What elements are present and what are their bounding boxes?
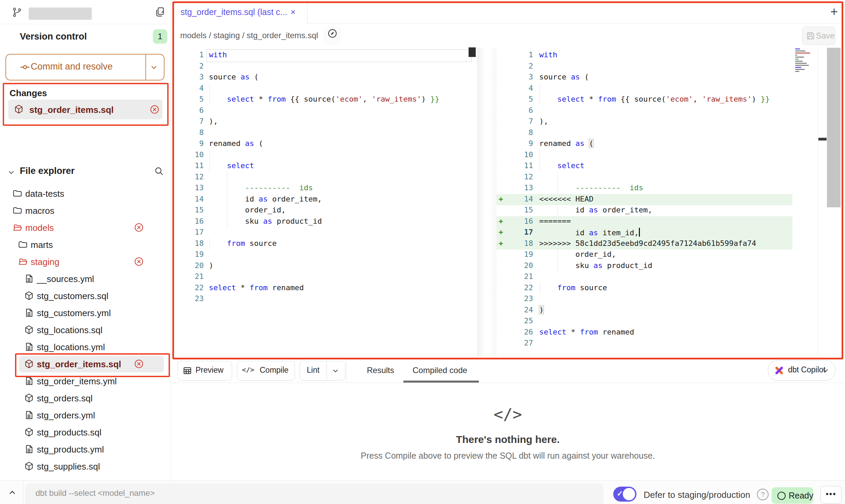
command-input[interactable]: dbt build --select <model_name> [25,483,603,504]
code-line[interactable]: 21 [172,271,476,283]
new-tab-button[interactable]: + [827,5,841,18]
code-line[interactable]: 13 ---------- ids [172,183,476,194]
file-tree-item-stg-customers-sql[interactable]: stg_customers.sql [0,287,171,304]
code-line[interactable]: 15 id as order_item, [497,205,792,216]
file-tree-item-stg-orders-sql[interactable]: stg_orders.sql [0,389,171,406]
file-tree-item-marts[interactable]: marts [0,236,171,253]
chevron-up-icon[interactable] [8,488,17,498]
code-line[interactable]: 22select * from renamed [172,283,476,294]
preview-button[interactable]: Preview [177,361,232,381]
code-line[interactable]: 11 select [497,161,792,172]
breadcrumb: models / staging / stg_order_items.sql [180,31,318,40]
compile-button[interactable]: </> Compile [237,361,295,381]
tab-results[interactable]: Results [367,366,394,375]
code-line[interactable]: 2 [497,61,792,72]
code-line[interactable]: 3source as ( [172,72,476,83]
code-line[interactable]: 6 [497,105,792,117]
code-line[interactable]: 27 [497,338,792,349]
lint-button[interactable]: Lint [300,361,345,381]
code-line[interactable]: 25 [497,316,792,327]
code-line[interactable]: 4 [497,83,792,94]
code-line[interactable]: 12 [172,172,476,183]
ready-status-badge[interactable]: Ready [772,487,813,504]
code-line[interactable]: 23 [172,294,476,305]
code-line[interactable]: 7), [172,116,476,128]
file-tree-item-macros[interactable]: macros [0,202,171,219]
code-line[interactable]: 10 [497,150,792,161]
code-line[interactable]: +16======= [497,216,792,227]
code-line[interactable]: 24) [497,305,792,316]
code-line[interactable]: 21 [497,271,792,283]
code-line[interactable]: 10 [172,150,476,161]
file-tree-item-stg-order-items-sql[interactable]: stg_order_items.sql [0,355,171,372]
code-line[interactable]: 17 [172,227,476,238]
more-options-button[interactable]: ••• [820,486,842,504]
code-line[interactable]: 6 [172,105,476,117]
editor-pane-conflict[interactable]: 1with23source as (45 select * from {{ so… [497,48,792,357]
code-line[interactable]: 9renamed as ( [172,138,476,150]
dbt-copilot-button[interactable]: dbt Copilot [768,360,835,381]
file-tree-item-stg-locations-yml[interactable]: stg_locations.yml [0,338,171,355]
right-scrollbar-track[interactable] [818,48,827,356]
code-line[interactable]: 20 sku as product_id [497,261,792,272]
code-line[interactable]: 18 from source [172,238,476,250]
code-line[interactable]: 14 id as order_item, [172,194,476,205]
code-line[interactable]: +18>>>>>>> 58c1dd23d5eebd9cd2495fa7124ab… [497,238,792,250]
code-line[interactable]: 11 select [172,161,476,172]
file-tree-item-stg-locations-sql[interactable]: stg_locations.sql [0,321,171,338]
help-icon[interactable]: ? [757,489,769,500]
file-tree-item-staging[interactable]: staging [0,253,171,270]
code-line[interactable]: 23 [497,294,792,305]
file-tree-item-stg-customers-yml[interactable]: stg_customers.yml [0,304,171,321]
tab-compiled-code[interactable]: Compiled code [413,366,467,375]
code-line[interactable]: 7), [497,116,792,128]
code-line[interactable]: 19 [172,249,476,261]
save-button[interactable]: Save [802,27,835,45]
code-line[interactable]: 26select * from renamed [497,327,792,338]
lint-dropdown-chevron-icon[interactable] [331,367,340,375]
line-number: 10 [503,150,533,159]
left-scrollbar-thumb[interactable] [469,47,476,57]
code-line[interactable]: 1with [497,50,792,61]
code-text: with [209,50,227,59]
tab-stg-order-items[interactable]: stg_order_items.sql (last c... × [172,0,307,24]
file-tree-item-stg-orders-yml[interactable]: stg_orders.yml [0,406,171,424]
code-line[interactable]: 13 ---------- ids [497,183,792,194]
file-tree-item-stg-products-sql[interactable]: stg_products.sql [0,424,171,441]
defer-toggle[interactable]: ✓ [613,487,636,502]
code-line[interactable]: 15 order_id, [172,205,476,216]
file-tree-item--sources-yml[interactable]: __sources.yml [0,270,171,287]
discard-change-icon[interactable] [134,256,144,267]
code-line[interactable]: 22 from source [497,283,792,294]
code-line[interactable]: +17 id as item_id, [497,227,792,238]
file-tree-item-stg-order-items-yml[interactable]: stg_order_items.yml [0,372,171,389]
file-tree-item-stg-products-yml[interactable]: stg_products.yml [0,441,171,458]
code-text: order_id, [539,250,616,258]
code-line[interactable]: +14<<<<<<< HEAD [497,194,792,205]
code-line[interactable]: 5 select * from {{ source('ecom', 'raw_i… [497,94,792,105]
editor-pane-original[interactable]: 1with23source as (45 select * from {{ so… [172,48,476,357]
file-tree-item-data-tests[interactable]: data-tests [0,185,171,202]
code-line[interactable]: 12 [497,172,792,183]
code-line[interactable]: 2 [172,61,476,72]
code-line[interactable]: 1with [172,50,476,61]
lineage-button[interactable] [324,27,341,45]
tab-close-icon[interactable]: × [290,7,296,17]
code-line[interactable]: 3source as ( [497,72,792,83]
file-tree-item-stg-supplies-sql[interactable]: stg_supplies.sql [0,458,171,475]
line-number: 3 [172,73,204,81]
code-line[interactable]: 19 order_id, [497,249,792,261]
code-line[interactable]: 9renamed as ( [497,138,792,150]
code-line[interactable]: 8 [497,128,792,139]
code-line[interactable]: 20) [172,261,476,272]
right-scrollbar-thumb[interactable] [818,138,827,140]
code-line[interactable]: 4 [172,83,476,94]
code-line[interactable]: 5 select * from {{ source('ecom', 'raw_i… [172,94,476,105]
code-line[interactable]: 16 sku as product_id [172,216,476,227]
pane-divider[interactable] [477,48,497,356]
discard-change-icon[interactable] [134,222,144,233]
discard-change-icon[interactable] [134,359,144,369]
minimap[interactable] [794,48,817,76]
code-line[interactable]: 8 [172,128,476,139]
file-tree-item-models[interactable]: models [0,219,171,236]
